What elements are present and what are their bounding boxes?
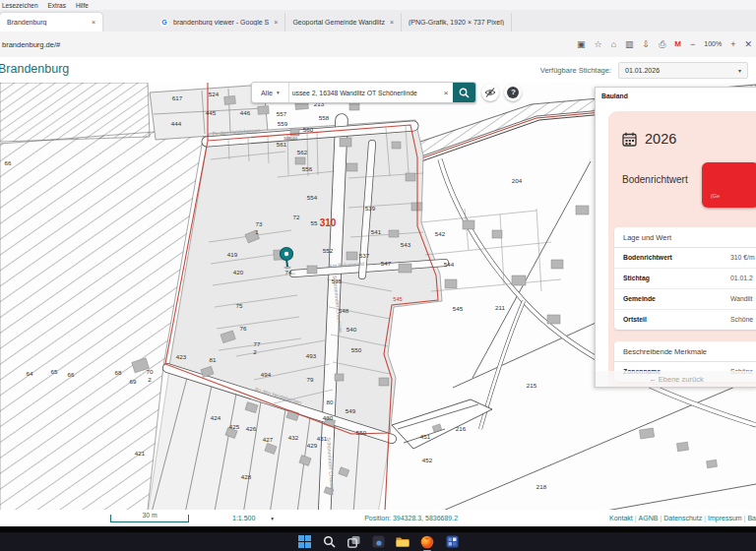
screenshot-icon[interactable]: ▣ [577, 39, 586, 49]
parcel-label: 69 [130, 378, 137, 385]
windows-taskbar [0, 532, 756, 551]
section-title: Beschreibende Merkmale [614, 341, 756, 362]
clear-search-icon[interactable]: × [439, 89, 454, 97]
firefox-icon[interactable] [419, 534, 435, 550]
parcel-label: 552 [323, 247, 334, 254]
bookmark-star-icon[interactable]: ☆ [595, 39, 602, 49]
search-filter-label: Alle [261, 89, 273, 97]
tab-label: Geoportal Gemeinde Wandlitz [292, 19, 385, 26]
attribute-label: Gemeinde [623, 295, 656, 302]
browser-tab[interactable]: (PNG-Grafik, 1920 × 737 Pixel) [402, 13, 512, 31]
parcel-label: 81 [210, 356, 217, 363]
parcel-label: 562 [297, 149, 308, 155]
parcel-label: 70 [147, 368, 154, 375]
scale-ratio[interactable]: 1:1.500 [232, 515, 255, 521]
parcel-label: 65 [51, 368, 58, 375]
parcel-label: 556 [302, 165, 313, 172]
browser-toolbar: ▣☆⌂▥⇩⎙M−100%+✕ [577, 39, 756, 49]
pdf-download-button[interactable]: (Ge [702, 162, 756, 208]
gmail-icon[interactable]: M [674, 39, 681, 49]
print-icon[interactable]: ⎙ [659, 39, 665, 49]
zoom-in-button[interactable]: + [730, 39, 735, 49]
parcel-label: 419 [227, 251, 238, 258]
attribute-row: OrtsteilSchöne [614, 310, 756, 330]
eye-slash-icon [484, 87, 496, 98]
parcel-label: 430 [323, 414, 334, 421]
explorer-icon[interactable] [395, 534, 410, 550]
footer-link-ba[interactable]: Ba [747, 515, 756, 521]
photos-app-icon[interactable] [444, 534, 460, 550]
footer-link-impressum[interactable]: Impressum [708, 515, 742, 521]
attribute-label: Stichtag [623, 275, 650, 281]
chevron-down-icon: ▾ [277, 90, 280, 95]
task-view-icon[interactable] [346, 534, 361, 550]
browser-tab[interactable]: Gbrandenburg viewer - Google S× [154, 13, 285, 31]
stichtag-value: 01.01.2026 [625, 67, 660, 74]
app-icon[interactable] [370, 534, 386, 550]
menu-item-lesezeichen[interactable]: Lesezeichen [2, 2, 38, 9]
toggle-layer-visibility-button[interactable] [481, 84, 499, 101]
browser-tabbar: Brandenburg×Gbrandenburg viewer - Google… [0, 10, 756, 31]
parcel-label: 73 [256, 220, 263, 227]
parcel-label: 421 [135, 450, 146, 457]
parcel-label: 544 [444, 261, 455, 268]
parcel-label: 420 [233, 269, 244, 276]
back-level-button[interactable]: ← Ebene zurück [596, 371, 756, 387]
parcel-label: 424 [211, 414, 221, 421]
app-header: Brandenburg Verfügbare Stichtage: 01.01.… [0, 57, 756, 84]
parcel-label: 423 [176, 353, 187, 360]
tab-label: brandenburg viewer - Google S [173, 19, 269, 26]
section-title: Lage und Wert [614, 227, 756, 248]
home-icon[interactable]: ⌂ [611, 39, 616, 49]
parcel-label: 425 [229, 423, 240, 430]
footer-link-agnb[interactable]: AGNB [639, 515, 659, 521]
parcel-label: 541 [371, 228, 382, 235]
search-input[interactable]: ussee 2, 16348 Wandlitz OT Schönerlinde [289, 90, 439, 96]
footer-link-datenschutz[interactable]: Datenschutz [663, 515, 702, 521]
menu-item-hilfe[interactable]: Hilfe [76, 2, 89, 9]
stichtage-label: Verfügbare Stichtage: [540, 66, 611, 75]
question-mark-icon: ? [507, 87, 519, 98]
search-filter-dropdown[interactable]: Alle ▾ [252, 83, 289, 102]
parcel-label: 524 [209, 91, 220, 97]
parcel-label: 310 [320, 217, 337, 228]
desktop: LesezeichenExtrasHilfe Brandenburg×Gbran… [0, 0, 756, 551]
sidebar-icon[interactable]: ▥ [625, 39, 634, 49]
close-icon[interactable]: ✕ [744, 39, 752, 49]
tab-close-icon[interactable]: × [274, 19, 278, 26]
chevron-down-icon: ▾ [738, 67, 741, 74]
zoom-out-button[interactable]: − [690, 39, 695, 49]
zoom-level[interactable]: 100% [704, 39, 722, 49]
browser-urlbar: brandenburg.de/# ▣☆⌂▥⇩⎙M−100%+✕ [0, 31, 756, 58]
start-icon[interactable] [296, 534, 312, 550]
menu-item-extras[interactable]: Extras [48, 2, 66, 9]
parcel-label: 79 [307, 376, 314, 383]
address-bar[interactable]: brandenburg.de/# [0, 40, 577, 49]
parcel-label: 550 [356, 429, 367, 436]
search-button[interactable] [453, 83, 475, 102]
calendar-icon [622, 132, 637, 147]
browser-tab[interactable]: Geoportal Gemeinde Wandlitz× [285, 13, 402, 31]
panel-category: Bauland [596, 88, 756, 99]
download-icon[interactable]: ⇩ [643, 39, 651, 49]
search-icon[interactable] [321, 534, 337, 550]
parcel-label: 1 [255, 228, 259, 235]
parcel-label: 429 [307, 442, 318, 449]
parcel-label: 549 [346, 407, 356, 414]
page-title: Brandenburg [0, 62, 69, 76]
parcel-label: 445 [206, 109, 217, 116]
tab-favicon: G [160, 19, 168, 27]
parcel-label: 2 [148, 376, 152, 383]
parcel-label: 547 [381, 260, 392, 267]
stichtag-select[interactable]: 01.01.2026 ▾ [618, 62, 748, 79]
parcel-label: 550 [351, 346, 362, 353]
tab-close-icon[interactable]: × [92, 19, 95, 26]
browser-tab[interactable]: Brandenburg× [0, 13, 102, 31]
help-button[interactable]: ? [504, 84, 522, 101]
tab-close-icon[interactable]: × [390, 19, 394, 26]
footer-link-kontakt[interactable]: Kontakt [609, 515, 633, 521]
scale-caret-icon[interactable]: ▾ [271, 516, 274, 521]
parcel-label: 66 [68, 371, 75, 378]
parcel-label: 211 [495, 304, 505, 311]
parcel-label: 558 [319, 114, 330, 121]
